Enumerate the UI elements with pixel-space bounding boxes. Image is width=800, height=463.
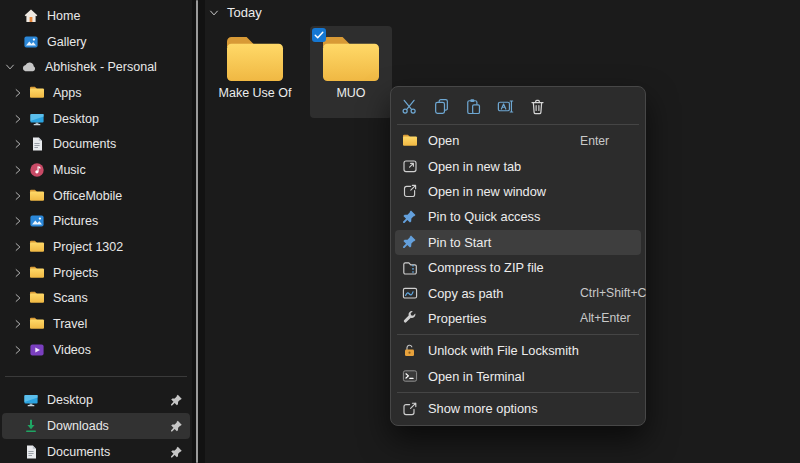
chevron-down-icon[interactable] [208,7,220,19]
chevron-right-icon[interactable] [10,87,26,99]
sidebar-item-documents[interactable]: Documents [2,131,190,157]
sidebar-item-label: Scans [53,291,88,305]
menu-item-label: Open in Terminal [428,369,525,384]
menu-item-open-in-new-tab[interactable]: Open in new tab [395,153,641,178]
chevron-right-icon[interactable] [10,138,26,150]
sidebar-item-desktop[interactable]: Desktop [2,106,190,132]
document-icon [29,136,45,152]
cut-icon[interactable] [399,96,419,116]
sidebar-item-label: Apps [53,86,82,100]
menu-item-show-more-options[interactable]: Show more options [395,396,641,421]
sidebar-item-label: OfficeMobile [53,189,122,203]
pin-icon [170,420,183,433]
menu-item-label: Show more options [428,401,538,416]
show-more-icon [402,401,418,417]
menu-item-open[interactable]: Open Enter [395,128,641,153]
sidebar-item-scans[interactable]: Scans [2,286,190,312]
sidebar-item-label: Videos [53,343,91,357]
sidebar-item-apps[interactable]: Apps [2,80,190,106]
navigation-pane: Home Gallery Abhishek - Personal Apps De… [0,0,192,463]
folder-name: MUO [310,86,392,100]
folder-icon [29,85,45,101]
sidebar-item-label: Pictures [53,214,98,228]
chevron-right-icon[interactable] [10,318,26,330]
menu-item-properties[interactable]: Properties Alt+Enter [395,306,641,331]
sidebar-item-travel[interactable]: Travel [2,311,190,337]
chevron-right-icon[interactable] [10,241,26,253]
padlock-icon [402,343,418,359]
folder-tile-make-use-of[interactable]: Make Use Of [214,26,296,118]
sidebar-item-projects[interactable]: Projects [2,260,190,286]
sidebar-item-videos[interactable]: Videos [2,337,190,363]
chevron-right-icon[interactable] [10,215,26,227]
chevron-right-icon[interactable] [10,344,26,356]
sidebar-item-label: Desktop [53,112,99,126]
sidebar-item-gallery[interactable]: Gallery [2,29,190,55]
zip-folder-icon [402,260,418,276]
folder-icon [29,265,45,281]
desktop-icon [23,392,39,408]
menu-item-unlock-file-locksmith[interactable]: Unlock with File Locksmith [395,338,641,363]
folder-name: Make Use Of [214,86,296,100]
menu-item-pin-to-start[interactable]: Pin to Start [395,230,641,255]
menu-item-label: Properties [428,311,486,326]
scrollbar-thumb[interactable] [196,0,198,463]
chevron-right-icon[interactable] [10,292,26,304]
folder-icon [319,31,383,85]
onedrive-cloud-icon [21,59,37,75]
copy-icon[interactable] [431,96,451,116]
folder-icon [29,316,45,332]
sidebar-pinned-desktop[interactable]: Desktop [2,388,190,414]
sidebar-pinned-documents[interactable]: Documents [2,439,190,463]
chevron-right-icon[interactable] [10,113,26,125]
sidebar-item-label: Documents [53,137,116,151]
sidebar-item-label: Projects [53,266,98,280]
menu-item-pin-to-quick-access[interactable]: Pin to Quick access [395,204,641,229]
sidebar-item-onedrive-personal[interactable]: Abhishek - Personal [2,54,190,80]
folder-tile-muo[interactable]: MUO [310,26,392,118]
menu-shortcut: Ctrl+Shift+C [580,286,646,300]
sidebar-item-label: Gallery [47,35,87,49]
menu-item-open-in-terminal[interactable]: Open in Terminal [395,364,641,389]
sidebar-item-officemobile[interactable]: OfficeMobile [2,183,190,209]
menu-item-label: Copy as path [428,286,503,301]
sidebar-item-music[interactable]: Music [2,157,190,183]
menu-shortcut: Enter [580,134,609,148]
sidebar-item-label: Desktop [47,393,93,407]
sidebar-item-label: Project 1302 [53,240,123,254]
menu-item-copy-as-path[interactable]: Copy as path Ctrl+Shift+C [395,280,641,305]
copy-path-icon [402,285,418,301]
menu-item-label: Open [428,133,459,148]
pin-icon [170,394,183,407]
delete-icon[interactable] [527,96,547,116]
folder-icon [29,188,45,204]
sidebar-pinned-downloads[interactable]: Downloads [2,413,190,439]
pictures-icon [29,213,45,229]
sidebar-item-home[interactable]: Home [2,3,190,29]
selection-checkbox[interactable] [312,28,326,42]
menu-item-open-in-new-window[interactable]: Open in new window [395,179,641,204]
open-new-window-icon [402,183,418,199]
menu-item-label: Pin to Quick access [428,209,540,224]
music-icon [29,162,45,178]
menu-separator [397,124,639,125]
menu-item-label: Open in new window [428,184,546,199]
chevron-right-icon[interactable] [10,190,26,202]
downloads-icon [23,418,39,434]
paste-icon[interactable] [463,96,483,116]
menu-shortcut: Alt+Enter [580,311,630,325]
menu-item-label: Pin to Start [428,235,491,250]
sidebar-item-pictures[interactable]: Pictures [2,209,190,235]
chevron-right-icon[interactable] [10,267,26,279]
sidebar-item-label: Downloads [47,419,109,433]
wrench-icon [402,310,418,326]
rename-icon[interactable] [495,96,515,116]
sidebar-item-label: Abhishek - Personal [45,60,157,74]
menu-item-compress-to-zip[interactable]: Compress to ZIP file [395,255,641,280]
sidebar-divider [5,376,187,377]
chevron-down-icon[interactable] [2,61,18,73]
sidebar-item-project-1302[interactable]: Project 1302 [2,234,190,260]
group-title: Today [227,5,262,20]
chevron-right-icon[interactable] [10,164,26,176]
group-header-today[interactable]: Today [208,5,262,20]
